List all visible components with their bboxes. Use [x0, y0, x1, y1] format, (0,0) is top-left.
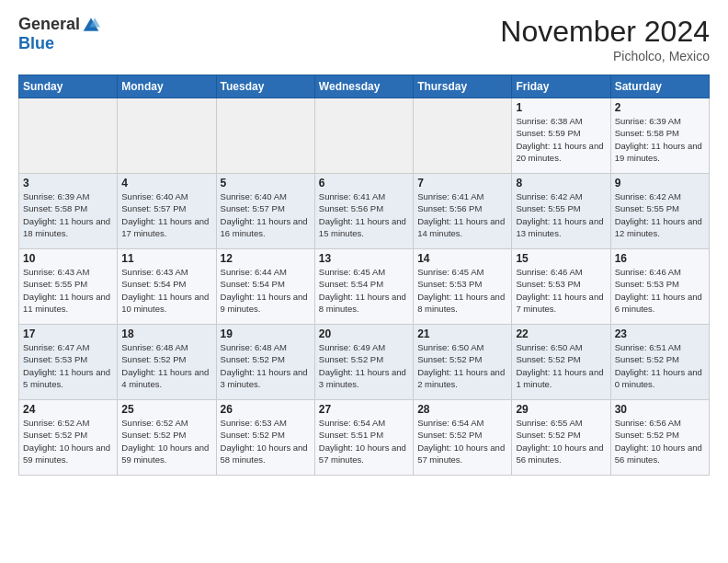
day-number: 21 [417, 327, 507, 340]
day-info: Sunrise: 6:54 AM Sunset: 5:51 PM Dayligh… [319, 417, 409, 465]
day-info: Sunrise: 6:56 AM Sunset: 5:52 PM Dayligh… [615, 417, 705, 465]
logo-blue-text: Blue [18, 34, 54, 53]
day-cell [414, 98, 512, 174]
day-info: Sunrise: 6:45 AM Sunset: 5:53 PM Dayligh… [417, 266, 507, 315]
day-info: Sunrise: 6:50 AM Sunset: 5:52 PM Dayligh… [417, 341, 507, 390]
day-info: Sunrise: 6:46 AM Sunset: 5:53 PM Dayligh… [516, 266, 606, 315]
day-number: 13 [319, 252, 409, 265]
day-info: Sunrise: 6:41 AM Sunset: 5:56 PM Dayligh… [417, 190, 507, 239]
day-info: Sunrise: 6:39 AM Sunset: 5:58 PM Dayligh… [615, 115, 705, 164]
day-info: Sunrise: 6:44 AM Sunset: 5:54 PM Dayligh… [221, 266, 311, 315]
day-cell: 20Sunrise: 6:49 AM Sunset: 5:52 PM Dayli… [314, 325, 413, 400]
weekday-header-row: SundayMondayTuesdayWednesdayThursdayFrid… [19, 75, 710, 98]
day-number: 16 [615, 252, 705, 265]
day-number: 29 [516, 403, 606, 416]
day-info: Sunrise: 6:45 AM Sunset: 5:54 PM Dayligh… [319, 266, 409, 315]
day-cell: 15Sunrise: 6:46 AM Sunset: 5:53 PM Dayli… [512, 249, 610, 325]
day-cell: 18Sunrise: 6:48 AM Sunset: 5:52 PM Dayli… [118, 325, 216, 400]
day-info: Sunrise: 6:42 AM Sunset: 5:55 PM Dayligh… [516, 190, 606, 239]
day-info: Sunrise: 6:47 AM Sunset: 5:53 PM Dayligh… [23, 341, 113, 390]
day-info: Sunrise: 6:40 AM Sunset: 5:57 PM Dayligh… [221, 190, 311, 239]
day-cell [314, 98, 413, 174]
day-cell [19, 98, 118, 174]
day-number: 15 [516, 252, 606, 265]
week-row-5: 24Sunrise: 6:52 AM Sunset: 5:52 PM Dayli… [19, 400, 710, 476]
day-info: Sunrise: 6:39 AM Sunset: 5:58 PM Dayligh… [23, 190, 113, 239]
day-cell: 28Sunrise: 6:54 AM Sunset: 5:52 PM Dayli… [414, 400, 512, 476]
day-cell: 17Sunrise: 6:47 AM Sunset: 5:53 PM Dayli… [19, 325, 118, 400]
day-number: 2 [615, 101, 705, 114]
day-cell: 5Sunrise: 6:40 AM Sunset: 5:57 PM Daylig… [216, 174, 314, 249]
title-section: November 2024 Picholco, Mexico [500, 15, 710, 63]
day-number: 20 [319, 327, 409, 340]
day-info: Sunrise: 6:52 AM Sunset: 5:52 PM Dayligh… [23, 417, 113, 465]
day-info: Sunrise: 6:49 AM Sunset: 5:52 PM Dayligh… [319, 341, 409, 390]
day-number: 27 [319, 403, 409, 416]
weekday-header-saturday: Saturday [610, 75, 709, 98]
logo-icon [82, 16, 100, 34]
day-cell: 13Sunrise: 6:45 AM Sunset: 5:54 PM Dayli… [314, 249, 413, 325]
day-cell: 21Sunrise: 6:50 AM Sunset: 5:52 PM Dayli… [414, 325, 512, 400]
day-number: 18 [121, 327, 211, 340]
day-number: 10 [23, 252, 113, 265]
day-info: Sunrise: 6:53 AM Sunset: 5:52 PM Dayligh… [221, 417, 311, 465]
day-cell: 6Sunrise: 6:41 AM Sunset: 5:56 PM Daylig… [314, 174, 413, 249]
day-number: 22 [516, 327, 606, 340]
day-cell: 23Sunrise: 6:51 AM Sunset: 5:52 PM Dayli… [610, 325, 709, 400]
day-number: 26 [221, 403, 311, 416]
day-cell: 1Sunrise: 6:38 AM Sunset: 5:59 PM Daylig… [512, 98, 610, 174]
day-info: Sunrise: 6:42 AM Sunset: 5:55 PM Dayligh… [615, 190, 705, 239]
logo: General Blue [18, 15, 100, 53]
day-number: 25 [121, 403, 211, 416]
day-cell: 10Sunrise: 6:43 AM Sunset: 5:55 PM Dayli… [19, 249, 118, 325]
day-number: 7 [417, 177, 507, 190]
weekday-header-friday: Friday [512, 75, 610, 98]
weekday-header-sunday: Sunday [19, 75, 118, 98]
day-cell: 4Sunrise: 6:40 AM Sunset: 5:57 PM Daylig… [118, 174, 216, 249]
day-number: 1 [516, 101, 606, 114]
day-cell: 11Sunrise: 6:43 AM Sunset: 5:54 PM Dayli… [118, 249, 216, 325]
day-cell: 22Sunrise: 6:50 AM Sunset: 5:52 PM Dayli… [512, 325, 610, 400]
day-info: Sunrise: 6:46 AM Sunset: 5:53 PM Dayligh… [615, 266, 705, 315]
weekday-header-wednesday: Wednesday [314, 75, 413, 98]
day-number: 5 [221, 177, 311, 190]
day-cell: 9Sunrise: 6:42 AM Sunset: 5:55 PM Daylig… [610, 174, 709, 249]
calendar-table: SundayMondayTuesdayWednesdayThursdayFrid… [18, 75, 710, 476]
day-info: Sunrise: 6:41 AM Sunset: 5:56 PM Dayligh… [319, 190, 409, 239]
day-cell: 14Sunrise: 6:45 AM Sunset: 5:53 PM Dayli… [414, 249, 512, 325]
weekday-header-monday: Monday [118, 75, 216, 98]
day-info: Sunrise: 6:52 AM Sunset: 5:52 PM Dayligh… [121, 417, 211, 465]
logo-general-text: General [18, 15, 80, 34]
day-number: 30 [615, 403, 705, 416]
day-number: 3 [23, 177, 113, 190]
day-number: 12 [221, 252, 311, 265]
day-cell: 8Sunrise: 6:42 AM Sunset: 5:55 PM Daylig… [512, 174, 610, 249]
day-cell: 2Sunrise: 6:39 AM Sunset: 5:58 PM Daylig… [610, 98, 709, 174]
day-info: Sunrise: 6:55 AM Sunset: 5:52 PM Dayligh… [516, 417, 606, 465]
day-info: Sunrise: 6:38 AM Sunset: 5:59 PM Dayligh… [516, 115, 606, 164]
day-number: 19 [221, 327, 311, 340]
day-cell: 24Sunrise: 6:52 AM Sunset: 5:52 PM Dayli… [19, 400, 118, 476]
day-info: Sunrise: 6:50 AM Sunset: 5:52 PM Dayligh… [516, 341, 606, 390]
day-number: 9 [615, 177, 705, 190]
day-number: 24 [23, 403, 113, 416]
day-info: Sunrise: 6:40 AM Sunset: 5:57 PM Dayligh… [121, 190, 211, 239]
day-cell: 12Sunrise: 6:44 AM Sunset: 5:54 PM Dayli… [216, 249, 314, 325]
day-number: 8 [516, 177, 606, 190]
day-number: 4 [121, 177, 211, 190]
day-number: 14 [417, 252, 507, 265]
weekday-header-thursday: Thursday [414, 75, 512, 98]
day-info: Sunrise: 6:43 AM Sunset: 5:54 PM Dayligh… [121, 266, 211, 315]
week-row-3: 10Sunrise: 6:43 AM Sunset: 5:55 PM Dayli… [19, 249, 710, 325]
day-cell: 26Sunrise: 6:53 AM Sunset: 5:52 PM Dayli… [216, 400, 314, 476]
day-number: 17 [23, 327, 113, 340]
day-cell: 16Sunrise: 6:46 AM Sunset: 5:53 PM Dayli… [610, 249, 709, 325]
month-title: November 2024 [500, 15, 710, 49]
day-info: Sunrise: 6:43 AM Sunset: 5:55 PM Dayligh… [23, 266, 113, 315]
page: General Blue November 2024 Picholco, Mex… [0, 0, 728, 485]
location: Picholco, Mexico [500, 49, 710, 63]
header: General Blue November 2024 Picholco, Mex… [18, 15, 710, 63]
day-cell: 27Sunrise: 6:54 AM Sunset: 5:51 PM Dayli… [314, 400, 413, 476]
day-cell: 7Sunrise: 6:41 AM Sunset: 5:56 PM Daylig… [414, 174, 512, 249]
weekday-header-tuesday: Tuesday [216, 75, 314, 98]
